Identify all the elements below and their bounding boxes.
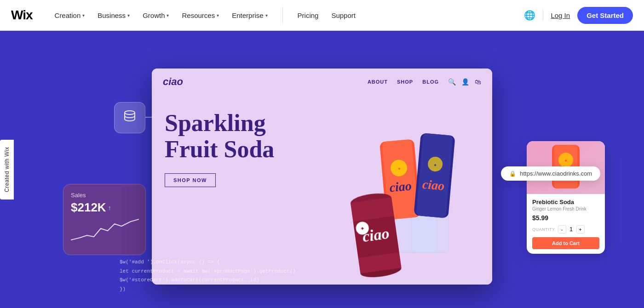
quantity-row: QUANTITY - 1 +: [532, 225, 599, 234]
add-to-cart-button[interactable]: Add to Cart: [532, 237, 599, 249]
ciao-user-icon[interactable]: 👤: [461, 78, 469, 86]
ciao-nav-icons: 🔍 👤 🛍: [448, 78, 481, 86]
svg-text:✦: ✦: [433, 162, 437, 167]
product-card: ciao ✦ Prebiotic Soda Ginger Lemon Fresh…: [527, 141, 605, 254]
sales-label: Sales: [71, 192, 138, 199]
enterprise-chevron-icon: ▾: [265, 13, 268, 18]
nav-growth[interactable]: Growth ▾: [137, 8, 174, 23]
svg-text:✦: ✦: [360, 225, 365, 232]
database-card: [114, 102, 145, 133]
nav-pricing[interactable]: Pricing: [292, 8, 324, 23]
product-subtitle: Ginger Lemon Fresh Drink: [532, 206, 599, 211]
nav-right: 🌐 Log In Get Started: [524, 7, 633, 24]
ciao-nav-right: ABOUT SHOP BLOG 🔍 👤 🛍: [368, 78, 481, 86]
quantity-minus-button[interactable]: -: [558, 225, 566, 234]
lock-icon: 🔒: [509, 171, 516, 177]
hero-section: Created with Wix Sales $212K ↑ ciao: [0, 31, 644, 308]
creation-chevron-icon: ▾: [82, 13, 85, 18]
svg-text:✦: ✦: [397, 166, 401, 171]
database-icon: [122, 109, 137, 127]
quantity-plus-button[interactable]: +: [576, 225, 585, 234]
ciao-search-icon[interactable]: 🔍: [448, 78, 456, 86]
nav-business[interactable]: Business ▾: [92, 8, 135, 23]
created-with-label: Created with Wix: [0, 140, 14, 200]
sales-chart: [71, 215, 139, 242]
ciao-hero-text: Sparkling Fruit Soda SHOP NOW: [165, 110, 274, 187]
ciao-navbar: ciao ABOUT SHOP BLOG 🔍 👤 🛍: [152, 68, 492, 95]
cans-svg: ciao ✦ ciao ✦: [299, 105, 492, 285]
product-info: Prebiotic Soda Ginger Lemon Fresh Drink …: [527, 194, 605, 254]
nav-resources[interactable]: Resources ▾: [176, 8, 224, 23]
quantity-controls: - 1 +: [558, 225, 585, 234]
nav-enterprise[interactable]: Enterprise ▾: [226, 8, 273, 23]
svg-text:ciao: ciao: [422, 177, 445, 193]
ciao-headline: Sparkling Fruit Soda: [165, 110, 274, 162]
ciao-shop-now-button[interactable]: SHOP NOW: [165, 173, 216, 187]
nav-links: Creation ▾ Business ▾ Growth ▾ Resources…: [49, 7, 524, 23]
nav-support[interactable]: Support: [326, 8, 361, 23]
product-name: Prebiotic Soda: [532, 199, 599, 205]
url-text: https://www.ciaodrinks.com: [520, 170, 592, 177]
get-started-button[interactable]: Get Started: [577, 7, 633, 24]
code-snippet: $w('#add ').onClick(async () => { let cu…: [120, 258, 296, 294]
ciao-about-link[interactable]: ABOUT: [368, 79, 388, 85]
svg-text:✦: ✦: [564, 158, 568, 163]
product-price: $5.99: [532, 214, 599, 222]
quantity-value: 1: [568, 226, 575, 233]
ciao-logo: ciao: [163, 76, 183, 88]
sales-trend-icon: ↑: [108, 204, 111, 211]
login-link[interactable]: Log In: [551, 11, 570, 19]
cans-illustration: ciao ✦ ciao ✦: [299, 105, 492, 285]
nav-divider: [282, 7, 283, 23]
growth-chevron-icon: ▾: [167, 13, 169, 18]
ciao-blog-link[interactable]: BLOG: [422, 79, 439, 85]
business-chevron-icon: ▾: [127, 13, 130, 18]
svg-text:ciao: ciao: [389, 178, 412, 194]
url-bar: 🔒 https://www.ciaodrinks.com: [501, 166, 600, 181]
browser-content: ciao ABOUT SHOP BLOG 🔍 👤 🛍 Sparkling Fru: [152, 68, 492, 285]
ciao-shop-link[interactable]: SHOP: [397, 79, 413, 85]
browser-mockup: ciao ABOUT SHOP BLOG 🔍 👤 🛍 Sparkling Fru: [152, 68, 492, 285]
wix-logo[interactable]: Wix: [11, 8, 33, 23]
globe-icon[interactable]: 🌐: [524, 10, 535, 21]
navbar: Wix Creation ▾ Business ▾ Growth ▾ Resou…: [0, 0, 644, 31]
ciao-cart-icon[interactable]: 🛍: [475, 78, 481, 86]
nav-creation[interactable]: Creation ▾: [49, 8, 91, 23]
resources-chevron-icon: ▾: [217, 13, 219, 18]
sales-value: $212K ↑: [71, 200, 138, 215]
sales-card: Sales $212K ↑: [63, 184, 146, 255]
nav-right-divider: [543, 10, 543, 21]
quantity-label: QUANTITY: [532, 227, 555, 232]
svg-point-0: [125, 111, 135, 114]
